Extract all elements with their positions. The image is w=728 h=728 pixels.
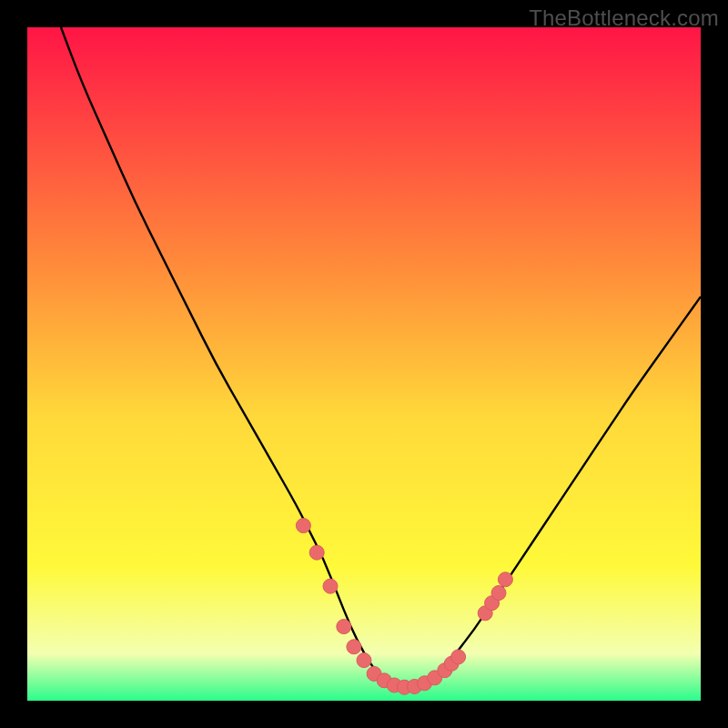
highlight-marker <box>347 640 361 654</box>
highlight-marker <box>498 572 512 587</box>
chart-frame <box>27 27 701 701</box>
highlight-marker <box>323 579 338 593</box>
highlight-marker <box>309 545 324 560</box>
highlight-marker <box>296 519 310 533</box>
highlight-marker <box>451 650 466 664</box>
highlight-marker <box>337 620 351 634</box>
gradient-background <box>27 27 701 701</box>
bottleneck-chart <box>27 27 701 701</box>
highlight-marker <box>491 586 506 601</box>
highlight-marker <box>357 653 371 668</box>
